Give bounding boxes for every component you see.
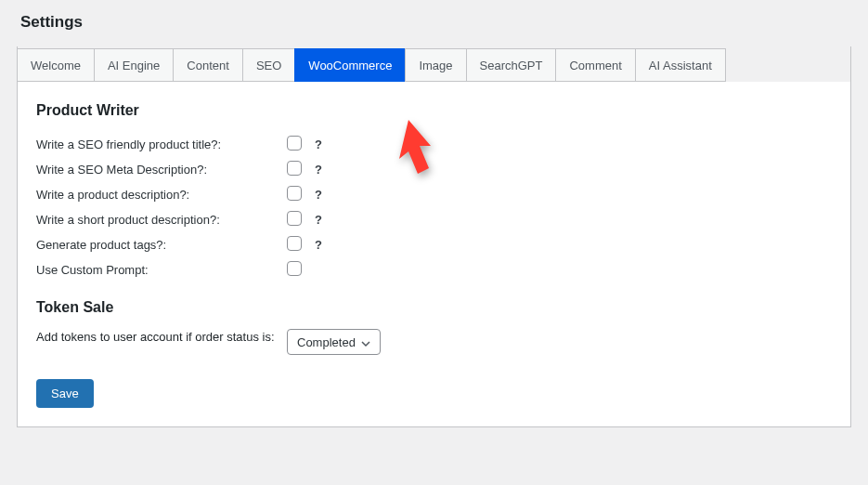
field-row-custom-prompt: Use Custom Prompt: — [36, 257, 832, 282]
checkbox-custom-prompt[interactable] — [287, 261, 302, 276]
chevron-down-icon — [361, 337, 370, 347]
tab-content[interactable]: Content — [173, 48, 243, 82]
tab-welcome[interactable]: Welcome — [17, 48, 95, 82]
field-label-seo-meta: Write a SEO Meta Description?: — [36, 163, 287, 177]
tab-ai-assistant[interactable]: AI Assistant — [635, 48, 726, 82]
product-writer-fields: Write a SEO friendly product title?:?Wri… — [36, 132, 832, 282]
token-sale-row: Add tokens to user account if order stat… — [36, 329, 832, 355]
help-prod-tags[interactable]: ? — [315, 238, 832, 252]
order-status-value: Completed — [297, 335, 356, 349]
section-title-product-writer: Product Writer — [36, 102, 832, 119]
field-label-custom-prompt: Use Custom Prompt: — [36, 263, 287, 277]
checkbox-short-desc[interactable] — [287, 211, 302, 226]
help-seo-meta[interactable]: ? — [315, 163, 832, 177]
panel-body: Product Writer Write a SEO friendly prod… — [18, 81, 850, 426]
checkbox-prod-tags[interactable] — [287, 236, 302, 251]
field-row-seo-meta: Write a SEO Meta Description?:? — [36, 157, 832, 182]
tab-woocommerce[interactable]: WooCommerce — [294, 48, 406, 82]
tab-searchgpt[interactable]: SearchGPT — [466, 48, 557, 82]
save-button[interactable]: Save — [36, 379, 94, 408]
help-seo-title[interactable]: ? — [315, 138, 832, 151]
checkbox-seo-meta[interactable] — [287, 161, 302, 176]
checkbox-seo-title[interactable] — [287, 136, 302, 151]
token-sale-label: Add tokens to user account if order stat… — [36, 329, 287, 346]
field-row-prod-tags: Generate product tags?:? — [36, 232, 832, 257]
page-title: Settings — [0, 0, 868, 39]
tab-image[interactable]: Image — [405, 48, 466, 82]
field-label-seo-title: Write a SEO friendly product title?: — [36, 138, 287, 151]
field-row-short-desc: Write a short product description?:? — [36, 207, 832, 232]
tab-comment[interactable]: Comment — [555, 48, 635, 82]
field-row-seo-title: Write a SEO friendly product title?:? — [36, 132, 832, 157]
field-row-prod-desc: Write a product description?:? — [36, 182, 832, 207]
help-short-desc[interactable]: ? — [315, 213, 832, 227]
order-status-select[interactable]: Completed — [287, 329, 381, 355]
help-prod-desc[interactable]: ? — [315, 188, 832, 202]
tab-ai-engine[interactable]: AI Engine — [94, 48, 174, 82]
tab-seo[interactable]: SEO — [242, 48, 295, 82]
settings-panel: WelcomeAI EngineContentSEOWooCommerceIma… — [17, 46, 851, 427]
section-title-token-sale: Token Sale — [36, 299, 832, 316]
field-label-prod-desc: Write a product description?: — [36, 188, 287, 202]
tabs-bar: WelcomeAI EngineContentSEOWooCommerceIma… — [18, 46, 850, 82]
checkbox-prod-desc[interactable] — [287, 186, 302, 201]
field-label-prod-tags: Generate product tags?: — [36, 238, 287, 252]
field-label-short-desc: Write a short product description?: — [36, 213, 287, 227]
